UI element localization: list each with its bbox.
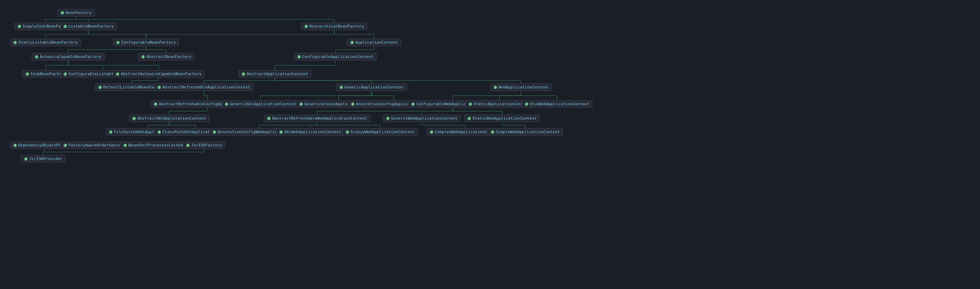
node-icon	[64, 72, 67, 76]
node-label: ConfigurableApplicationContext	[302, 54, 374, 59]
node-beanfactory[interactable]: BeanFactory	[57, 9, 95, 16]
node-icon	[24, 157, 28, 161]
node-autowirecapablebeanfactory[interactable]: AutowireCapableBeanFactory	[32, 53, 105, 60]
node-abstractapplicationcontext[interactable]: AbstractApplicationContext	[239, 70, 312, 78]
node-icon	[242, 72, 245, 76]
node-icon	[299, 102, 303, 106]
node-icon	[60, 11, 64, 15]
node-icon	[158, 130, 161, 134]
node-genericwebapplicationcontext[interactable]: GenericWebApplicationContext	[383, 114, 461, 122]
node-staticwebapplicationcontext[interactable]: StaticWebApplicationContext	[464, 114, 540, 122]
node-icon	[297, 55, 301, 59]
node-icon	[141, 55, 145, 59]
node-icon	[491, 130, 494, 134]
node-label: ConfigurableBeanFactory	[121, 40, 176, 45]
node-icon	[158, 86, 161, 89]
node-icon	[350, 41, 354, 44]
node-label: StaticListableBeanFactory	[18, 40, 78, 45]
node-applicationcontext[interactable]: ApplicationContext	[347, 39, 401, 46]
node-label: GenericXmlApplicationContext	[230, 102, 296, 106]
node-label: AbstractApplicationContext	[247, 71, 308, 76]
node-label: AbstractAutowireCapableBeanFactory	[121, 71, 202, 76]
node-abstractrefreshableapplicationcontext[interactable]: AbstractRefreshableApplicationContext	[154, 83, 253, 91]
node-icon	[13, 41, 17, 44]
node-webapplicationcontext[interactable]: WebApplicationContext	[490, 83, 552, 91]
node-label: BeanFactory	[65, 10, 92, 15]
node-label: GroovyWebApplicationContext	[350, 130, 415, 134]
node-icon	[279, 130, 283, 134]
node-jsr330provider[interactable]: Jsr330Provider	[21, 155, 65, 163]
node-configurableapplicationcontext[interactable]: ConfigurableApplicationContext	[294, 53, 377, 60]
node-icon	[25, 72, 29, 76]
node-icon	[109, 130, 113, 134]
node-configurablebeanfactory[interactable]: ConfigurableBeanFactory	[113, 39, 179, 46]
node-stubwebapplicationcontext[interactable]: StubWebApplicationContext	[522, 100, 592, 108]
node-label: StubWebApplicationContext	[530, 102, 589, 106]
node-icon	[493, 86, 497, 89]
node-icon	[116, 72, 119, 76]
node-icon	[213, 130, 216, 134]
node-label: AbstractRefreshableWebApplicationContext	[272, 116, 367, 121]
node-label: XmlWebApplicationContext	[284, 130, 341, 134]
node-icon	[304, 25, 308, 28]
node-hierarchicalbeanfactory[interactable]: HierarchicalBeanFactory	[301, 22, 367, 30]
node-label: AbstractXmlApplicationContext	[137, 116, 206, 121]
node-jsr330factory[interactable]: Jsr330Factory	[183, 141, 225, 149]
node-label: AutowireCapableBeanFactory	[40, 54, 102, 59]
node-label: ListableBeanFactory	[68, 24, 114, 29]
node-icon	[35, 55, 38, 59]
node-icon	[13, 144, 17, 147]
node-icon	[345, 130, 349, 134]
node-label: Jsr330Provider	[29, 157, 62, 161]
node-abstractbeanfactory[interactable]: AbstractBeanFactory	[138, 53, 195, 60]
node-label: GenericApplicationContext	[344, 85, 404, 89]
node-icon	[116, 41, 120, 44]
node-label: HierarchicalBeanFactory	[309, 24, 364, 29]
node-label: AbstractBeanFactory	[146, 54, 191, 59]
node-xmlwebapplicationcontext[interactable]: XmlWebApplicationContext	[276, 128, 344, 136]
node-icon	[339, 86, 343, 89]
node-icon	[351, 102, 355, 106]
node-simplewebapplicationcontext[interactable]: SimpleWebApplicationContext	[487, 128, 563, 136]
node-staticlistablebeanfactory[interactable]: StaticListableBeanFactory	[10, 39, 81, 46]
node-label: AbstractRefreshableApplicationContext	[162, 85, 250, 89]
node-icon	[18, 25, 21, 28]
node-groovywebapplicationcontext[interactable]: GroovyWebApplicationContext	[342, 128, 418, 136]
node-abstractautowirecapablebeanfactory[interactable]: AbstractAutowireCapableBeanFactory	[113, 70, 205, 78]
node-genericapplicationcontext[interactable]: GenericApplicationContext	[336, 83, 407, 91]
diagram-container: BeanFactorySimpleIndiBeanFactoryListable…	[0, 0, 980, 289]
node-icon	[123, 144, 127, 147]
node-label: ApplicationContext	[355, 40, 398, 45]
node-label: GenericWebApplicationContext	[391, 116, 457, 121]
node-icon	[411, 102, 415, 106]
node-label: WebApplicationContext	[499, 85, 549, 89]
node-icon	[98, 86, 102, 89]
node-icon	[186, 144, 189, 147]
node-icon	[386, 117, 390, 120]
node-label: Jsr330Factory	[191, 143, 222, 148]
node-icon	[64, 25, 67, 28]
node-icon	[468, 117, 471, 120]
node-icon	[225, 102, 228, 106]
node-icon	[154, 102, 158, 106]
node-genericxmlapplicationcontext[interactable]: GenericXmlApplicationContext	[221, 100, 299, 108]
node-icon	[132, 117, 136, 120]
node-icon	[430, 130, 433, 134]
node-icon	[525, 102, 528, 106]
node-abstractxmlapplicationcontext[interactable]: AbstractXmlApplicationContext	[129, 114, 209, 122]
node-label: StaticWebApplicationContext	[473, 116, 536, 121]
node-abstractrefreshablewebapplicationcontext[interactable]: AbstractRefreshableWebApplicationContext	[264, 114, 370, 122]
node-icon	[64, 144, 67, 147]
node-icon	[468, 102, 472, 106]
node-icon	[267, 117, 270, 120]
node-label: SimpleWebApplicationContext	[496, 130, 560, 134]
node-listablebeanfactory[interactable]: ListableBeanFactory	[60, 22, 117, 30]
